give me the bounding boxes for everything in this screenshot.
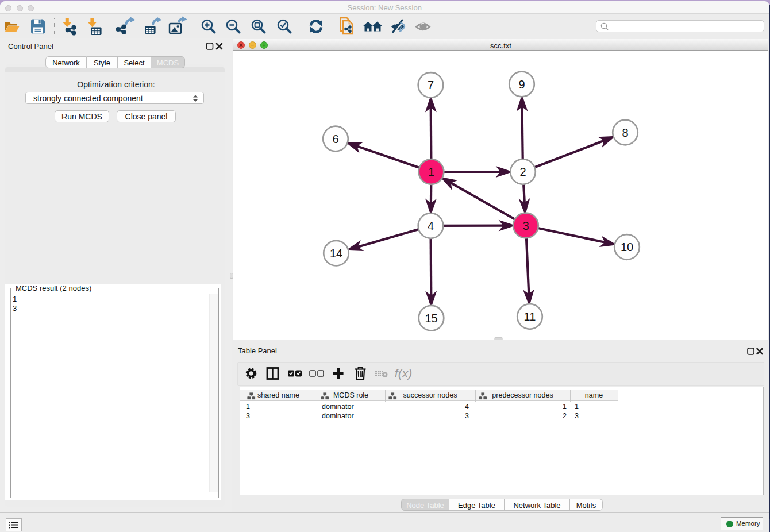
svg-text:8: 8 <box>622 126 628 139</box>
svg-text:11: 11 <box>524 310 536 323</box>
svg-text:4: 4 <box>428 219 434 232</box>
svg-text:6: 6 <box>332 133 338 145</box>
svg-text:9: 9 <box>518 78 525 91</box>
svg-text:1: 1 <box>428 165 434 178</box>
svg-text:3: 3 <box>522 219 529 232</box>
svg-text:7: 7 <box>428 79 434 91</box>
svg-text:14: 14 <box>330 247 342 260</box>
svg-text:10: 10 <box>621 241 633 253</box>
svg-text:2: 2 <box>519 165 526 178</box>
svg-text:f(x): f(x) <box>395 367 412 380</box>
svg-text:15: 15 <box>425 312 437 325</box>
